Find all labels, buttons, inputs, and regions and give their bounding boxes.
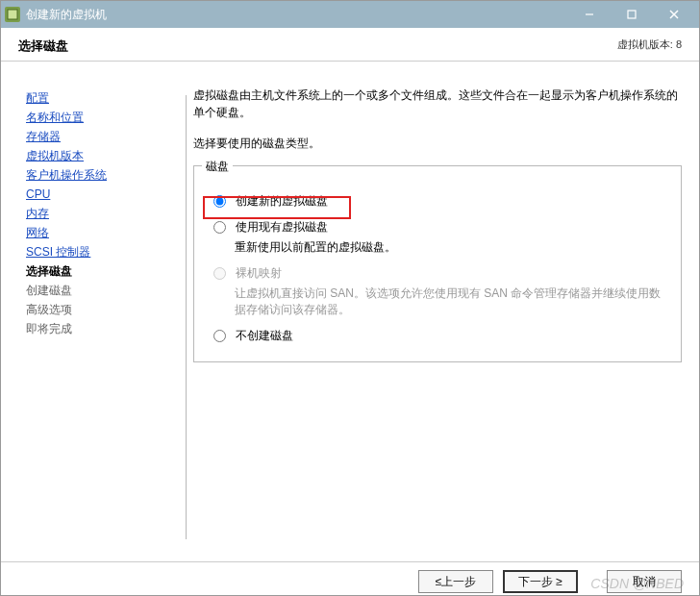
page-title: 选择磁盘: [18, 37, 68, 55]
svg-rect-2: [628, 11, 636, 18]
titlebar: 创建新的虚拟机: [1, 1, 699, 28]
disk-prompt: 选择要使用的磁盘类型。: [193, 135, 682, 152]
sidebar-step-12: 即将完成: [26, 319, 166, 338]
disk-option-row-1: 使用现有虚拟磁盘: [213, 219, 667, 236]
sidebar-step-11: 高级选项: [26, 300, 166, 319]
next-button[interactable]: 下一步 ≥: [503, 570, 578, 593]
sidebar-step-10: 创建磁盘: [26, 281, 166, 300]
disk-option-sub-1: 重新使用以前配置的虚拟磁盘。: [235, 239, 667, 256]
disk-option-row-3: 不创建磁盘: [213, 328, 667, 344]
sidebar-step-6[interactable]: 内存: [26, 204, 166, 223]
sidebar-step-3[interactable]: 虚拟机版本: [26, 146, 166, 165]
svg-rect-0: [8, 10, 17, 19]
back-button[interactable]: ≤上一步: [418, 570, 493, 593]
app-icon: [5, 7, 20, 22]
cancel-button[interactable]: 取消: [607, 570, 682, 593]
vertical-separator: [186, 95, 187, 539]
disk-option-row-2: 裸机映射: [213, 265, 667, 282]
disk-option-label-1[interactable]: 使用现有虚拟磁盘: [236, 219, 328, 236]
sidebar-step-9: 选择磁盘: [26, 261, 166, 281]
window-title: 创建新的虚拟机: [26, 7, 568, 23]
disk-type-radio-group: 创建新的虚拟磁盘使用现有虚拟磁盘重新使用以前配置的虚拟磁盘。裸机映射让虚拟机直接…: [208, 193, 667, 344]
disk-option-row-0: 创建新的虚拟磁盘: [213, 193, 667, 210]
disk-option-radio-2: [213, 267, 226, 280]
vm-version-label: 虚拟机版本: 8: [617, 37, 682, 52]
sidebar-step-1[interactable]: 名称和位置: [26, 108, 166, 127]
disk-option-radio-1[interactable]: [213, 221, 226, 234]
sidebar-step-2[interactable]: 存储器: [26, 127, 166, 146]
window-controls: [568, 1, 695, 28]
disk-fieldset: 磁盘 创建新的虚拟磁盘使用现有虚拟磁盘重新使用以前配置的虚拟磁盘。裸机映射让虚拟…: [193, 165, 682, 362]
disk-description: 虚拟磁盘由主机文件系统上的一个或多个文件组成。这些文件合在一起显示为客户机操作系…: [193, 87, 682, 121]
sidebar-step-8[interactable]: SCSI 控制器: [26, 242, 166, 261]
disk-option-label-3[interactable]: 不创建磁盘: [236, 328, 293, 344]
sidebar-step-4[interactable]: 客户机操作系统: [26, 165, 166, 185]
disk-option-radio-3[interactable]: [213, 330, 226, 342]
wizard-header: 选择磁盘 虚拟机版本: 8: [1, 28, 699, 62]
disk-option-label-2: 裸机映射: [236, 265, 282, 282]
fieldset-legend: 磁盘: [202, 159, 233, 175]
sidebar-step-7[interactable]: 网络: [26, 223, 166, 242]
disk-option-radio-0[interactable]: [213, 195, 226, 208]
sidebar-step-5[interactable]: CPU: [26, 185, 166, 204]
wizard-steps-sidebar: 配置名称和位置存储器虚拟机版本客户机操作系统CPU内存网络SCSI 控制器选择磁…: [1, 62, 176, 561]
sidebar-step-0[interactable]: 配置: [26, 88, 166, 108]
minimize-button[interactable]: [568, 1, 611, 28]
wizard-footer: ≤上一步 下一步 ≥ 取消: [1, 561, 699, 596]
main-panel: 虚拟磁盘由主机文件系统上的一个或多个文件组成。这些文件合在一起显示为客户机操作系…: [176, 62, 699, 561]
close-button[interactable]: [653, 1, 695, 28]
disk-option-sub-2: 让虚拟机直接访问 SAN。该选项允许您使用现有 SAN 命令管理存储器并继续使用…: [235, 286, 667, 318]
maximize-button[interactable]: [611, 1, 653, 28]
disk-option-label-0[interactable]: 创建新的虚拟磁盘: [236, 193, 328, 210]
